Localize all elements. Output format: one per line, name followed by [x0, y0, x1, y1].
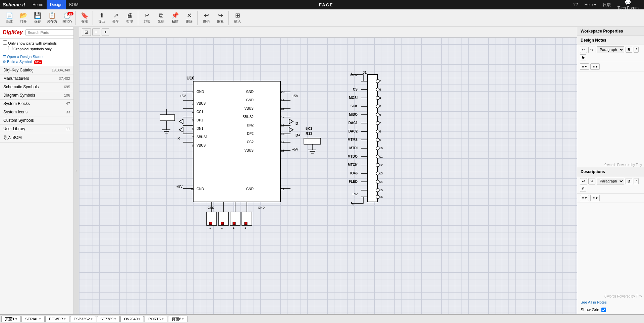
show-grid-row: Show Grid — [577, 306, 644, 314]
numbered-list-desc-btn[interactable]: ≡ ▾ — [590, 195, 599, 201]
export-btn[interactable]: ⬆ 导出 — [95, 11, 108, 25]
print-btn[interactable]: 🖨 打印 — [123, 11, 137, 25]
open-design-starter-link[interactable]: ☰ Open a Design Starter — [3, 54, 71, 59]
svg-text:MTDI: MTDI — [350, 146, 358, 150]
paragraph-select[interactable]: Paragraph — [597, 46, 624, 53]
page-tab-7[interactable]: 页面8 ▾ — [168, 316, 187, 322]
svg-text:DN2: DN2 — [247, 123, 254, 127]
help-btn[interactable]: Help ▾ — [582, 2, 599, 8]
nav-bom[interactable]: BOM — [66, 0, 82, 9]
page-tab-1[interactable]: SERIAL ▾ — [21, 316, 45, 322]
numbered-list-btn[interactable]: ≡ ▾ — [590, 63, 599, 70]
page-tab-3[interactable]: ESP32S2 ▾ — [70, 316, 96, 322]
open-btn[interactable]: 📂 打开 — [17, 11, 30, 25]
only-show-parts-label[interactable]: Only show parts with symbols — [3, 40, 71, 46]
svg-text:+5V: +5V — [292, 94, 298, 98]
cut-btn[interactable]: ✂ 剪切 — [140, 11, 154, 25]
svg-text:3: 3 — [379, 88, 381, 91]
sidebar-item-4[interactable]: System Blocks47 — [0, 100, 73, 108]
feedback-btn[interactable]: 反馈 — [600, 1, 613, 8]
build-symbol-link[interactable]: ⚙ Build a Symbol NEW — [3, 59, 71, 64]
right-nav: ?? Help ▾ 反馈 💬 Tech Forum — [571, 0, 641, 11]
share-btn[interactable]: ↗ 分享 — [109, 11, 122, 25]
page-tab-0[interactable]: 页面1 ▾ — [1, 316, 21, 322]
descriptions-content[interactable] — [577, 203, 644, 294]
sidebar-item-1[interactable]: Manufacturers37,402 — [0, 74, 73, 83]
tab-dropdown-arrow-7: ▾ — [182, 317, 184, 321]
svg-text:VBUS: VBUS — [197, 144, 206, 147]
sidebar-item-2[interactable]: Schematic Symbols695 — [0, 83, 73, 91]
zoom-fit-btn[interactable]: ⊡ — [82, 28, 91, 36]
redo-desc-btn[interactable]: ↪ — [588, 178, 595, 184]
sidebar-item-count-0: 19,384,340 — [52, 68, 70, 72]
copy-btn[interactable]: ⧉ 复制 — [154, 11, 168, 25]
sidebar: DigiKey 🔍 Only show parts with symbols G… — [0, 27, 74, 314]
collapse-sidebar-btn[interactable]: ‹ — [74, 27, 79, 314]
list-desc-toolbar: ≡ ▾ ≡ ▾ — [577, 194, 644, 203]
sidebar-item-6[interactable]: Custom Symbols — [0, 116, 73, 125]
italic-btn[interactable]: I — [634, 47, 639, 53]
annotate-btn[interactable]: 🔖 备注 — [78, 11, 91, 25]
undo-icon: ↩ — [204, 12, 209, 18]
save-btn[interactable]: 💾 保存 — [31, 11, 44, 25]
schematic-canvas[interactable]: U10 GND VBUS CC1 DP1 DN1 SBUS1 VBUS GND … — [79, 38, 577, 314]
sidebar-item-5[interactable]: System Icons33 — [0, 108, 73, 116]
page-tab-2[interactable]: POWER ▾ — [45, 316, 69, 322]
undo-desc-btn[interactable]: ↩ — [580, 178, 587, 184]
nav-design[interactable]: Design — [47, 0, 66, 9]
bullet-list-btn[interactable]: ≡ ▾ — [580, 63, 589, 70]
search-input[interactable] — [25, 29, 74, 36]
show-grid-checkbox[interactable] — [601, 308, 606, 312]
svg-point-129 — [376, 172, 379, 175]
insert-btn[interactable]: ⊞ 插入 — [231, 11, 244, 25]
sidebar-item-7[interactable]: User Library11 — [0, 125, 73, 133]
paragraph-desc-select[interactable]: Paragraph — [597, 178, 624, 184]
undo-notes-btn[interactable]: ↩ — [580, 47, 587, 53]
see-all-notes-link[interactable]: See All in Notes — [577, 299, 644, 306]
only-show-parts-checkbox[interactable] — [3, 40, 7, 45]
bold-btn[interactable]: B — [626, 47, 632, 53]
save-as-btn[interactable]: 📋 另存为 — [45, 11, 59, 25]
bold-desc-btn[interactable]: B — [626, 178, 632, 184]
sidebar-item-8[interactable]: 导入 BOM — [0, 133, 73, 143]
redo-btn[interactable]: ↪ 恢复 — [214, 11, 227, 25]
svg-rect-91 — [209, 222, 212, 225]
page-tab-5[interactable]: OV2640 ▾ — [120, 316, 144, 322]
question-btn[interactable]: ?? — [571, 2, 580, 8]
svg-text:4: 4 — [379, 96, 381, 100]
graphical-only-checkbox[interactable] — [8, 46, 12, 50]
graphical-only-label[interactable]: Graphical symbols only — [3, 46, 71, 51]
svg-text:✕: ✕ — [177, 136, 180, 141]
svg-point-128 — [376, 163, 379, 167]
new-btn[interactable]: 📄 新建 — [3, 11, 16, 25]
strikethrough-desc-btn[interactable]: S — [580, 186, 586, 192]
svg-rect-58 — [160, 115, 175, 121]
bullet-list-desc-btn[interactable]: ≡ ▾ — [580, 195, 589, 201]
delete-btn[interactable]: ✕ 删除 — [182, 11, 196, 25]
redo-notes-btn[interactable]: ↪ — [588, 47, 595, 53]
design-notes-content[interactable] — [577, 71, 644, 162]
paste-btn[interactable]: 📌 粘贴 — [168, 11, 182, 25]
zoom-out-btn[interactable]: − — [92, 28, 100, 36]
nav-home[interactable]: Home — [29, 0, 47, 9]
svg-text:7: 7 — [192, 136, 194, 139]
svg-text:+3.3V: +3.3V — [350, 73, 358, 77]
sidebar-item-0[interactable]: Digi-Key Catalog19,384,340 — [0, 66, 73, 74]
svg-marker-81 — [289, 127, 293, 132]
zoom-in-btn[interactable]: + — [102, 28, 110, 36]
digikey-logo: DigiKey — [3, 30, 23, 36]
history-btn[interactable]: 🕐 15 History — [60, 11, 74, 24]
tech-forum-btn[interactable]: 💬 Tech Forum — [615, 0, 641, 11]
logo-it: it — [22, 2, 25, 7]
italic-desc-btn[interactable]: I — [634, 178, 639, 184]
undo-btn[interactable]: ↩ 撤销 — [200, 11, 213, 25]
svg-text:VBUS: VBUS — [197, 102, 206, 105]
page-tab-4[interactable]: ST7789 ▾ — [97, 316, 120, 322]
strikethrough-btn[interactable]: S — [580, 54, 586, 60]
svg-text:1: 1 — [245, 226, 246, 229]
svg-text:D+: D+ — [296, 133, 300, 137]
export-icon: ⬆ — [99, 12, 104, 18]
sidebar-item-3[interactable]: Diagram Symbols106 — [0, 91, 73, 100]
page-tab-6[interactable]: PORTS ▾ — [145, 316, 167, 322]
workspace-properties-title: Workspace Properties — [577, 27, 644, 36]
